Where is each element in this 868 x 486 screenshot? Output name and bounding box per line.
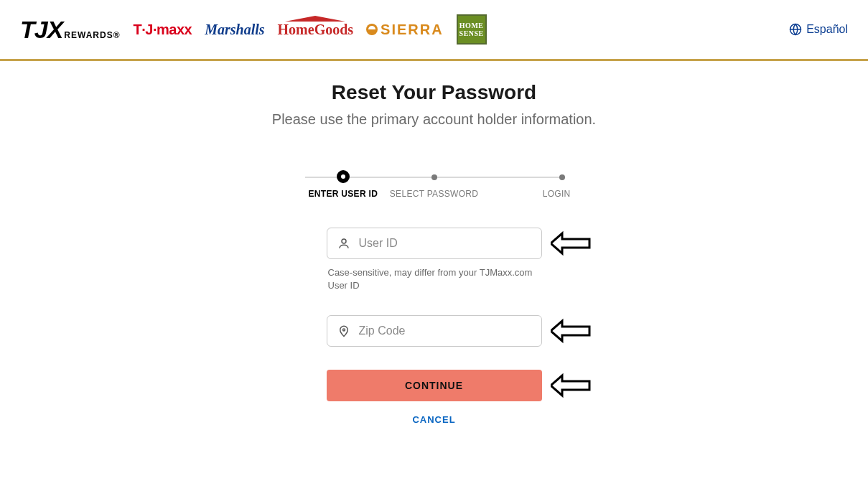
brand-row: TJX REWARDS® T·J·maxx Marshalls HomeGood… <box>20 14 487 45</box>
tjmaxx-logo: T·J·maxx <box>134 22 192 38</box>
sierra-icon <box>366 24 378 35</box>
continue-button[interactable]: CONTINUE <box>327 370 542 401</box>
language-toggle[interactable]: Español <box>789 23 848 36</box>
user-id-hint: Case-sensitive, may differ from your TJM… <box>328 266 541 292</box>
sierra-logo: SIERRA <box>366 22 444 38</box>
tjx-rewards-logo: TJX REWARDS® <box>20 16 121 44</box>
homesense-top: HOME <box>459 22 484 29</box>
cancel-link[interactable]: CANCEL <box>327 414 542 425</box>
step-label: SELECT PASSWORD <box>388 189 480 199</box>
sierra-text: SIERRA <box>381 22 444 38</box>
zip-input-wrap[interactable] <box>327 315 542 347</box>
svg-point-2 <box>342 329 345 331</box>
page-subtitle: Please use the primary account holder in… <box>0 111 868 128</box>
progress-stepper: ENTER USER ID SELECT PASSWORD LOGIN <box>298 171 571 199</box>
step-enter-user-id: ENTER USER ID <box>298 171 389 199</box>
step-dot <box>431 174 437 180</box>
step-label: ENTER USER ID <box>298 189 389 199</box>
homesense-bottom: SENSE <box>459 29 484 37</box>
homegoods-text: HomeGoods <box>278 22 354 38</box>
user-id-input[interactable] <box>359 237 531 250</box>
header: TJX REWARDS® T·J·maxx Marshalls HomeGood… <box>0 0 868 59</box>
arrow-annotation-icon <box>551 373 594 398</box>
svg-point-1 <box>342 239 346 243</box>
reset-form: Case-sensitive, may differ from your TJM… <box>327 228 542 425</box>
arrow-annotation-icon <box>551 230 594 256</box>
homegoods-logo: HomeGoods <box>278 22 354 38</box>
step-dot <box>559 174 565 180</box>
page-title: Reset Your Password <box>0 81 868 104</box>
tjx-logo-text: TJX <box>20 16 62 44</box>
language-label: Español <box>806 23 848 36</box>
pin-icon <box>337 324 350 337</box>
arrow-annotation-icon <box>551 318 594 344</box>
main-content: Reset Your Password Please use the prima… <box>0 61 868 454</box>
step-login: LOGIN <box>480 171 571 199</box>
step-label: LOGIN <box>480 189 571 199</box>
zip-input[interactable] <box>359 324 531 337</box>
user-id-input-wrap[interactable] <box>327 228 542 259</box>
globe-icon <box>789 23 802 36</box>
step-dot-active <box>337 170 350 183</box>
person-icon <box>337 237 350 250</box>
homegoods-roof-icon <box>285 16 345 22</box>
tjx-rewards-text: REWARDS® <box>64 30 120 40</box>
continue-block: CONTINUE <box>327 370 542 401</box>
marshalls-logo: Marshalls <box>205 22 264 38</box>
step-select-password: SELECT PASSWORD <box>388 171 480 199</box>
zip-field-block <box>327 315 542 347</box>
homesense-logo: HOME SENSE <box>457 14 487 45</box>
user-id-field-block: Case-sensitive, may differ from your TJM… <box>327 228 542 292</box>
